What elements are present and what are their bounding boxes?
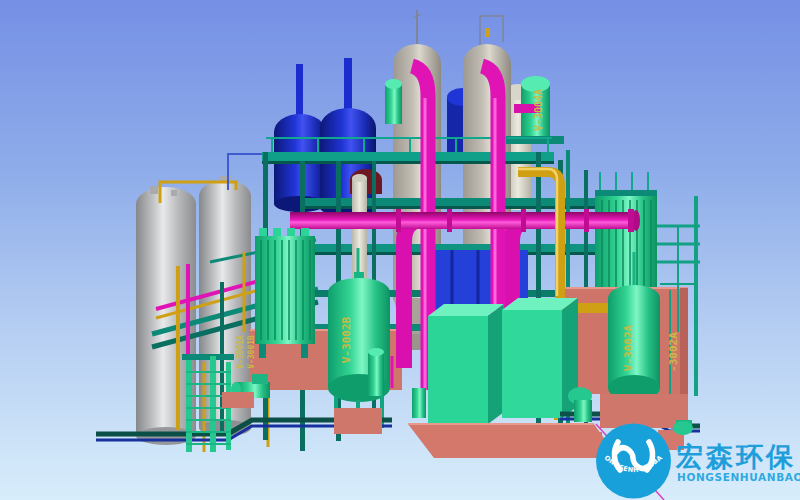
logo-name-en: HONGSENHUANBAO [677,471,800,483]
label-v-3001a: V-3001A [236,335,245,369]
render-canvas: V-3004A [0,0,800,500]
plant-3d-render: V-3004A [0,0,800,500]
label-v-3001b: V-3001B [247,335,256,369]
near-logo-machinery [673,420,693,435]
plate-heat-exchanger-left [255,228,315,358]
green-box-tanks [428,298,578,424]
label-v-3004a: V-3004A [533,89,544,131]
label-3002a-tag: -3002A [667,332,680,372]
label-v-3002b: V-3002B [340,316,353,363]
logo-name-cn: 宏森环保 [675,441,796,472]
label-v-3002a: V-3002A [622,324,635,371]
